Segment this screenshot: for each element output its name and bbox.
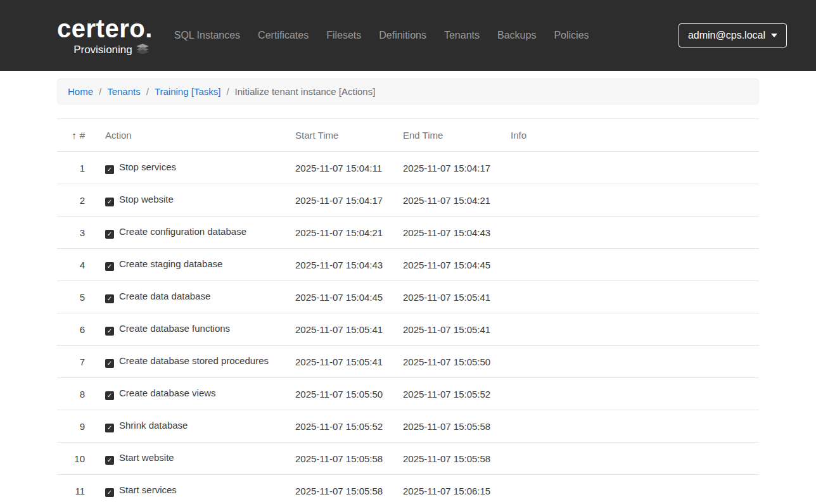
- table-row: 9✓Shrink database2025-11-07 15:05:522025…: [57, 410, 759, 443]
- checked-checkbox-icon: ✓: [105, 391, 114, 400]
- row-action-cell: ✓Shrink database: [95, 410, 285, 443]
- breadcrumb-training-tasks[interactable]: Training [Tasks]: [155, 86, 220, 97]
- action-label: Shrink database: [119, 420, 188, 431]
- row-action-cell: ✓Stop services: [95, 152, 285, 184]
- breadcrumb-separator: /: [226, 86, 229, 97]
- nav-item-definitions[interactable]: Definitions: [379, 30, 426, 41]
- table-row: 7✓Create database stored procedures2025-…: [57, 346, 759, 378]
- table-row: 10✓Start website2025-11-07 15:05:582025-…: [57, 443, 759, 475]
- user-menu-button[interactable]: admin@cps.local: [679, 23, 787, 47]
- row-info: [500, 217, 759, 249]
- row-end-time: 2025-11-07 15:04:43: [393, 217, 500, 249]
- row-end-time: 2025-11-07 15:04:21: [393, 184, 500, 217]
- row-end-time: 2025-11-07 15:05:52: [393, 378, 500, 410]
- brand[interactable]: certero. Provisioning: [57, 16, 153, 56]
- row-start-time: 2025-11-07 15:04:11: [285, 152, 393, 184]
- row-action-cell: ✓Create database functions: [95, 313, 285, 346]
- breadcrumb-separator: /: [99, 86, 101, 97]
- row-action-cell: ✓Create staging database: [95, 249, 285, 281]
- checked-checkbox-icon: ✓: [105, 230, 114, 239]
- row-info: [500, 475, 759, 504]
- action-label: Create configuration database: [119, 226, 246, 237]
- row-action-cell: ✓Stop website: [95, 184, 285, 217]
- column-header-info[interactable]: Info: [500, 119, 759, 152]
- row-start-time: 2025-11-07 15:05:41: [285, 313, 393, 346]
- row-number: 6: [57, 313, 95, 346]
- row-info: [500, 281, 759, 313]
- row-action-cell: ✓Create configuration database: [95, 217, 285, 249]
- row-number: 3: [57, 217, 95, 249]
- row-number: 1: [57, 152, 95, 184]
- row-start-time: 2025-11-07 15:04:17: [285, 184, 393, 217]
- actions-table: ↑# Action Start Time End Time Info 1✓Sto…: [57, 118, 759, 504]
- nav-item-backups[interactable]: Backups: [497, 30, 536, 41]
- row-info: [500, 184, 759, 217]
- row-start-time: 2025-11-07 15:05:50: [285, 378, 393, 410]
- row-start-time: 2025-11-07 15:05:58: [285, 443, 393, 475]
- row-number: 11: [57, 475, 95, 504]
- row-end-time: 2025-11-07 15:05:41: [393, 281, 500, 313]
- row-info: [500, 346, 759, 378]
- row-start-time: 2025-11-07 15:04:45: [285, 281, 393, 313]
- column-header-number[interactable]: ↑#: [57, 119, 95, 152]
- table-row: 11✓Start services2025-11-07 15:05:582025…: [57, 475, 759, 504]
- row-start-time: 2025-11-07 15:05:52: [285, 410, 393, 443]
- nav-item-tenants[interactable]: Tenants: [444, 30, 480, 41]
- action-label: Stop website: [119, 194, 174, 205]
- action-label: Start services: [119, 484, 177, 495]
- nav-item-policies[interactable]: Policies: [554, 30, 589, 41]
- row-end-time: 2025-11-07 15:05:58: [393, 443, 500, 475]
- row-number: 10: [57, 443, 95, 475]
- row-info: [500, 378, 759, 410]
- checked-checkbox-icon: ✓: [105, 294, 114, 303]
- main-content: Home / Tenants / Training [Tasks] / Init…: [57, 79, 759, 504]
- breadcrumb: Home / Tenants / Training [Tasks] / Init…: [57, 79, 759, 104]
- checked-checkbox-icon: ✓: [105, 424, 114, 432]
- table-row: 2✓Stop website2025-11-07 15:04:172025-11…: [57, 184, 759, 217]
- action-label: Create data database: [119, 291, 210, 301]
- breadcrumb-home[interactable]: Home: [68, 86, 93, 97]
- sort-ascending-icon: ↑: [72, 130, 77, 141]
- row-action-cell: ✓Start services: [95, 475, 285, 504]
- nav-item-certificates[interactable]: Certificates: [258, 30, 309, 41]
- row-number: 9: [57, 410, 95, 443]
- nav-item-filesets[interactable]: Filesets: [326, 30, 361, 41]
- table-row: 4✓Create staging database2025-11-07 15:0…: [57, 249, 759, 281]
- breadcrumb-tenants[interactable]: Tenants: [107, 86, 141, 97]
- row-end-time: 2025-11-07 15:05:50: [393, 346, 500, 378]
- breadcrumb-current-page: Initialize tenant instance [Actions]: [235, 86, 376, 97]
- actions-table-wrap: ↑# Action Start Time End Time Info 1✓Sto…: [57, 118, 759, 504]
- brand-subtitle-label: Provisioning: [73, 44, 132, 55]
- row-info: [500, 443, 759, 475]
- caret-down-icon: [771, 34, 777, 37]
- row-start-time: 2025-11-07 15:04:43: [285, 249, 393, 281]
- row-action-cell: ✓Create data database: [95, 281, 285, 313]
- row-end-time: 2025-11-07 15:05:41: [393, 313, 500, 346]
- row-number: 8: [57, 378, 95, 410]
- column-header-action[interactable]: Action: [95, 119, 285, 152]
- checked-checkbox-icon: ✓: [105, 262, 114, 271]
- action-label: Create database functions: [119, 323, 230, 334]
- layers-icon: [136, 44, 149, 56]
- row-info: [500, 249, 759, 281]
- nav-item-sql-instances[interactable]: SQL Instances: [174, 30, 240, 41]
- table-row: 6✓Create database functions2025-11-07 15…: [57, 313, 759, 346]
- table-header-row: ↑# Action Start Time End Time Info: [57, 119, 759, 152]
- column-header-start-time[interactable]: Start Time: [285, 119, 393, 152]
- row-number: 2: [57, 184, 95, 217]
- row-end-time: 2025-11-07 15:04:45: [393, 249, 500, 281]
- checked-checkbox-icon: ✓: [105, 327, 114, 336]
- row-start-time: 2025-11-07 15:04:21: [285, 217, 393, 249]
- row-start-time: 2025-11-07 15:05:41: [285, 346, 393, 378]
- checked-checkbox-icon: ✓: [105, 165, 114, 174]
- top-navbar: certero. Provisioning SQL Instances Cert…: [0, 0, 816, 71]
- checked-checkbox-icon: ✓: [105, 198, 114, 206]
- action-label: Create database stored procedures: [119, 355, 269, 366]
- certero-logo: certero.: [57, 16, 153, 41]
- row-end-time: 2025-11-07 15:04:17: [393, 152, 500, 184]
- action-label: Stop services: [119, 161, 176, 172]
- row-number: 7: [57, 346, 95, 378]
- breadcrumb-separator: /: [146, 86, 149, 97]
- column-header-end-time[interactable]: End Time: [393, 119, 500, 152]
- user-menu-label: admin@cps.local: [688, 30, 765, 41]
